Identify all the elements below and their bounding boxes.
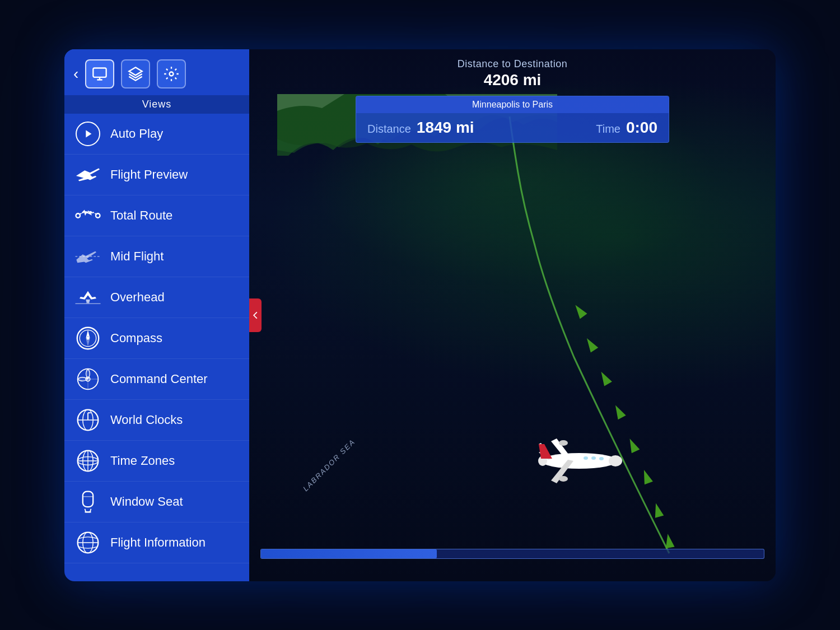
svg-point-49 [599, 457, 604, 460]
flight-information-label: Flight Information [110, 535, 206, 550]
svg-marker-5 [86, 130, 91, 137]
svg-point-45 [609, 455, 622, 466]
compass-icon [73, 324, 102, 353]
distance-to-destination-label: Distance to Destination [458, 58, 568, 70]
total-route-icon [73, 201, 102, 230]
svg-marker-40 [612, 403, 626, 419]
time-label: Time [596, 123, 620, 136]
sidebar-item-world-clocks[interactable]: World Clocks [64, 400, 249, 441]
monitor-icon [92, 66, 108, 82]
svg-point-14 [86, 337, 90, 340]
top-info: Distance to Destination 4206 mi Minneapo… [249, 49, 776, 143]
sidebar-item-compass[interactable]: Compass [64, 318, 249, 359]
flight-preview-label: Flight Preview [110, 167, 188, 182]
back-button[interactable]: ‹ [73, 66, 78, 82]
sidebar-item-window-seat[interactable]: Window Seat [64, 482, 249, 522]
time-stat: Time 0:00 [596, 119, 657, 137]
distance-to-destination-value: 4206 mi [484, 71, 542, 89]
sidebar-item-overhead[interactable]: Overhead [64, 277, 249, 318]
layers-icon-button[interactable] [121, 59, 150, 88]
sidebar-item-flight-information[interactable]: Flight Information [64, 522, 249, 563]
svg-point-6 [76, 213, 80, 217]
svg-marker-42 [583, 335, 598, 352]
compass-label: Compass [110, 331, 162, 346]
route-header: Minneapolis to Paris [356, 96, 669, 113]
progress-bar-fill [261, 549, 437, 558]
svg-marker-41 [598, 369, 612, 386]
svg-point-47 [559, 440, 568, 446]
distance-value: 1849 mi [417, 119, 474, 137]
auto-play-label: Auto Play [110, 127, 163, 141]
menu-items: Auto Play Flight Preview [64, 114, 249, 581]
route-info-box: Minneapolis to Paris Distance 1849 mi Ti… [356, 96, 669, 143]
main-content: Distance to Destination 4206 mi Minneapo… [249, 49, 776, 581]
svg-point-50 [591, 456, 596, 460]
sidebar-item-auto-play[interactable]: Auto Play [64, 114, 249, 155]
sidebar-item-mid-flight[interactable]: Mid Flight [64, 236, 249, 277]
svg-marker-37 [651, 502, 664, 517]
views-icon-button[interactable] [85, 59, 114, 88]
mid-flight-label: Mid Flight [110, 249, 164, 264]
progress-bar [260, 549, 764, 559]
time-zones-icon [73, 446, 102, 475]
sidebar-item-command-center[interactable]: Command Center [64, 359, 249, 400]
svg-marker-38 [640, 468, 653, 484]
overhead-icon [73, 283, 102, 312]
command-center-label: Command Center [110, 372, 208, 386]
views-label: Views [64, 95, 249, 114]
settings-icon-button[interactable] [157, 59, 186, 88]
svg-marker-43 [572, 302, 587, 319]
window-seat-icon [73, 487, 102, 516]
overhead-label: Overhead [110, 290, 165, 305]
svg-point-4 [170, 72, 174, 76]
total-route-label: Total Route [110, 208, 172, 223]
sidebar-item-total-route[interactable]: Total Route [64, 195, 249, 236]
svg-point-51 [584, 456, 588, 460]
sidebar-top-bar: ‹ [64, 49, 249, 95]
time-value: 0:00 [626, 119, 657, 137]
play-icon [73, 119, 102, 148]
layers-icon [128, 66, 143, 82]
distance-stat: Distance 1849 mi [367, 119, 474, 137]
svg-rect-29 [83, 491, 93, 507]
world-clocks-label: World Clocks [110, 413, 183, 427]
world-clocks-icon [73, 405, 102, 435]
sidebar-item-flight-preview[interactable]: Flight Preview [64, 155, 249, 195]
svg-point-48 [559, 476, 568, 482]
route-details: Distance 1849 mi Time 0:00 [356, 113, 669, 142]
svg-point-44 [541, 453, 617, 469]
svg-marker-3 [129, 67, 142, 75]
window-seat-label: Window Seat [110, 494, 183, 509]
airplane [523, 427, 635, 494]
distance-label: Distance [367, 123, 411, 136]
command-center-icon [73, 365, 102, 394]
svg-point-7 [96, 213, 100, 217]
screen-container: ‹ [64, 49, 776, 581]
collapse-tab[interactable] [249, 298, 262, 332]
flight-preview-icon [73, 160, 102, 189]
chevron-left-icon [251, 311, 259, 319]
gear-icon [164, 66, 179, 82]
mid-flight-icon [73, 242, 102, 271]
sidebar: ‹ [64, 49, 249, 581]
svg-rect-0 [94, 68, 106, 77]
time-zones-label: Time Zones [110, 454, 175, 468]
sidebar-item-time-zones[interactable]: Time Zones [64, 441, 249, 482]
flight-information-icon [73, 528, 102, 557]
